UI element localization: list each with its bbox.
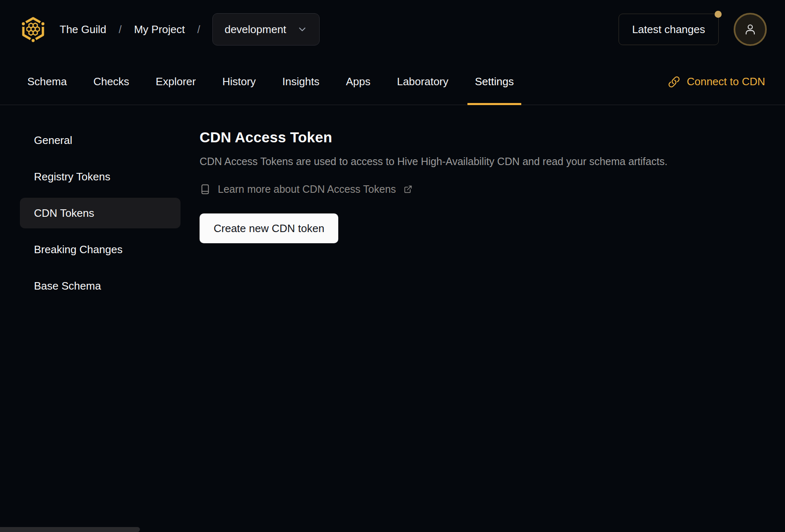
chevron-down-icon [297, 24, 308, 35]
avatar-button[interactable] [734, 13, 767, 46]
tab-settings[interactable]: Settings [467, 59, 521, 105]
hive-honeycomb-logo-icon [18, 14, 48, 44]
tab-explorer[interactable]: Explorer [148, 59, 203, 105]
book-icon [200, 184, 211, 195]
breadcrumb-project[interactable]: My Project [134, 23, 185, 36]
breadcrumb-separator: / [197, 24, 200, 36]
tab-laboratory[interactable]: Laboratory [390, 59, 456, 105]
breadcrumb-separator: / [119, 24, 122, 36]
tab-bar: Schema Checks Explorer History Insights … [0, 59, 785, 105]
connect-to-cdn-label: Connect to CDN [687, 75, 765, 88]
learn-more-link[interactable]: Learn more about CDN Access Tokens [200, 183, 412, 195]
breadcrumb: The Guild / My Project / [60, 23, 200, 36]
user-icon [743, 22, 757, 36]
target-selector[interactable]: development [212, 13, 320, 46]
learn-more-label: Learn more about CDN Access Tokens [218, 183, 396, 195]
header-right: Latest changes [619, 13, 767, 46]
tab-checks[interactable]: Checks [86, 59, 137, 105]
sidebar-item-breaking-changes[interactable]: Breaking Changes [20, 234, 181, 265]
tab-history[interactable]: History [215, 59, 263, 105]
settings-content: General Registry Tokens CDN Tokens Break… [0, 105, 785, 307]
settings-sidebar: General Registry Tokens CDN Tokens Break… [20, 125, 181, 307]
latest-changes-button[interactable]: Latest changes [619, 14, 719, 45]
page-title: CDN Access Token [200, 129, 765, 146]
tab-insights[interactable]: Insights [275, 59, 327, 105]
link-icon [668, 76, 680, 88]
header: The Guild / My Project / development Lat… [0, 0, 785, 59]
main-content: CDN Access Token CDN Access Tokens are u… [200, 105, 765, 307]
hive-logo[interactable] [18, 14, 48, 44]
latest-changes-label: Latest changes [632, 23, 705, 36]
notification-dot-icon [715, 11, 722, 18]
create-cdn-token-button[interactable]: Create new CDN token [200, 213, 338, 243]
sidebar-item-base-schema[interactable]: Base Schema [20, 271, 181, 301]
external-link-icon [404, 185, 412, 194]
target-selector-value: development [224, 23, 286, 36]
horizontal-scrollbar-thumb[interactable] [0, 527, 140, 532]
sidebar-item-general[interactable]: General [20, 125, 181, 156]
sidebar-item-cdn-tokens[interactable]: CDN Tokens [20, 198, 181, 228]
sidebar-item-registry-tokens[interactable]: Registry Tokens [20, 161, 181, 192]
tab-apps[interactable]: Apps [338, 59, 378, 105]
page-description: CDN Access Tokens are used to access to … [200, 156, 765, 168]
connect-to-cdn-link[interactable]: Connect to CDN [668, 59, 765, 105]
app-root: The Guild / My Project / development Lat… [0, 0, 785, 307]
tab-schema[interactable]: Schema [20, 59, 74, 105]
breadcrumb-org[interactable]: The Guild [60, 23, 106, 36]
